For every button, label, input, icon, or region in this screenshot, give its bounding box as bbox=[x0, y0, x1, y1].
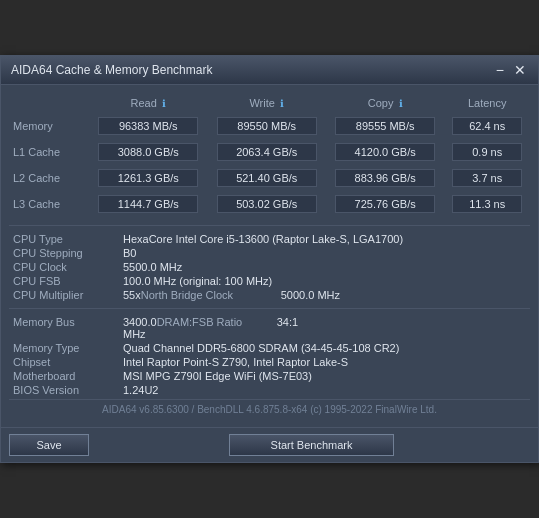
cpu-type-label: CPU Type bbox=[13, 233, 123, 245]
col-header-write: Write ℹ bbox=[207, 93, 325, 113]
row-label: L2 Cache bbox=[9, 165, 89, 191]
memory-bus-label: Memory Bus bbox=[13, 316, 123, 328]
read-value: 96383 MB/s bbox=[89, 113, 207, 139]
copy-value: 89555 MB/s bbox=[326, 113, 444, 139]
col-header-label bbox=[9, 93, 89, 113]
dram-fsb-label: DRAM:FSB Ratio bbox=[157, 316, 277, 328]
col-header-read: Read ℹ bbox=[89, 93, 207, 113]
bios-value: 1.24U2 bbox=[123, 384, 526, 396]
cpu-clock-label: CPU Clock bbox=[13, 261, 123, 273]
divider-1 bbox=[9, 225, 530, 226]
copy-value: 883.96 GB/s bbox=[326, 165, 444, 191]
read-info-icon[interactable]: ℹ bbox=[162, 98, 166, 109]
row-label: Memory bbox=[9, 113, 89, 139]
title-bar: AIDA64 Cache & Memory Benchmark − ✕ bbox=[1, 56, 538, 85]
cpu-fsb-label: CPU FSB bbox=[13, 275, 123, 287]
motherboard-value: MSI MPG Z790I Edge WiFi (MS-7E03) bbox=[123, 370, 526, 382]
main-window: AIDA64 Cache & Memory Benchmark − ✕ Read… bbox=[0, 55, 539, 463]
window-controls: − ✕ bbox=[494, 62, 528, 78]
minimize-button[interactable]: − bbox=[494, 62, 506, 78]
cpu-fsb-value: 100.0 MHz (original: 100 MHz) bbox=[123, 275, 526, 287]
north-bridge-clock-label: North Bridge Clock bbox=[141, 289, 281, 301]
row-label: L3 Cache bbox=[9, 191, 89, 217]
write-value: 503.02 GB/s bbox=[207, 191, 325, 217]
close-button[interactable]: ✕ bbox=[512, 62, 528, 78]
cpu-stepping-label: CPU Stepping bbox=[13, 247, 123, 259]
cpu-stepping-value: B0 bbox=[123, 247, 526, 259]
memory-type-label: Memory Type bbox=[13, 342, 123, 354]
memory-bus-row: Memory Bus 3400.0 MHz DRAM:FSB Ratio 34:… bbox=[13, 315, 526, 341]
motherboard-label: Motherboard bbox=[13, 370, 123, 382]
cpu-clock-value: 5500.0 MHz bbox=[123, 261, 526, 273]
read-value: 1261.3 GB/s bbox=[89, 165, 207, 191]
write-value: 2063.4 GB/s bbox=[207, 139, 325, 165]
table-row: L3 Cache 1144.7 GB/s 503.02 GB/s 725.76 … bbox=[9, 191, 530, 217]
footer-text: AIDA64 v6.85.6300 / BenchDLL 4.6.875.8-x… bbox=[9, 399, 530, 419]
cpu-clock-row: CPU Clock 5500.0 MHz bbox=[13, 260, 526, 274]
table-row: L1 Cache 3088.0 GB/s 2063.4 GB/s 4120.0 … bbox=[9, 139, 530, 165]
cpu-multiplier-label: CPU Multiplier bbox=[13, 289, 123, 301]
row-label: L1 Cache bbox=[9, 139, 89, 165]
table-row: Memory 96383 MB/s 89550 MB/s 89555 MB/s … bbox=[9, 113, 530, 139]
chipset-label: Chipset bbox=[13, 356, 123, 368]
chipset-value: Intel Raptor Point-S Z790, Intel Raptor … bbox=[123, 356, 526, 368]
benchmark-table: Read ℹ Write ℹ Copy ℹ Latency Memory bbox=[9, 93, 530, 217]
write-value: 521.40 GB/s bbox=[207, 165, 325, 191]
dram-fsb-value: 34:1 bbox=[277, 316, 526, 328]
latency-value: 0.9 ns bbox=[444, 139, 530, 165]
divider-2 bbox=[9, 308, 530, 309]
latency-value: 3.7 ns bbox=[444, 165, 530, 191]
button-bar: Save Start Benchmark bbox=[1, 427, 538, 462]
copy-info-icon[interactable]: ℹ bbox=[399, 98, 403, 109]
read-value: 1144.7 GB/s bbox=[89, 191, 207, 217]
motherboard-row: Motherboard MSI MPG Z790I Edge WiFi (MS-… bbox=[13, 369, 526, 383]
cpu-type-row: CPU Type HexaCore Intel Core i5-13600 (R… bbox=[13, 232, 526, 246]
cpu-info-section: CPU Type HexaCore Intel Core i5-13600 (R… bbox=[9, 230, 530, 304]
col-header-latency: Latency bbox=[444, 93, 530, 113]
cpu-type-value: HexaCore Intel Core i5-13600 (Raptor Lak… bbox=[123, 233, 526, 245]
memory-type-row: Memory Type Quad Channel DDR5-6800 SDRAM… bbox=[13, 341, 526, 355]
main-content: Read ℹ Write ℹ Copy ℹ Latency Memory bbox=[1, 85, 538, 427]
window-title: AIDA64 Cache & Memory Benchmark bbox=[11, 63, 212, 77]
copy-value: 4120.0 GB/s bbox=[326, 139, 444, 165]
bios-row: BIOS Version 1.24U2 bbox=[13, 383, 526, 397]
north-bridge-clock-value: 5000.0 MHz bbox=[281, 289, 526, 301]
chipset-row: Chipset Intel Raptor Point-S Z790, Intel… bbox=[13, 355, 526, 369]
table-row: L2 Cache 1261.3 GB/s 521.40 GB/s 883.96 … bbox=[9, 165, 530, 191]
start-benchmark-button[interactable]: Start Benchmark bbox=[229, 434, 395, 456]
save-button[interactable]: Save bbox=[9, 434, 89, 456]
read-value: 3088.0 GB/s bbox=[89, 139, 207, 165]
write-info-icon[interactable]: ℹ bbox=[280, 98, 284, 109]
bios-label: BIOS Version bbox=[13, 384, 123, 396]
memory-info-section: Memory Bus 3400.0 MHz DRAM:FSB Ratio 34:… bbox=[9, 313, 530, 399]
latency-value: 11.3 ns bbox=[444, 191, 530, 217]
write-value: 89550 MB/s bbox=[207, 113, 325, 139]
cpu-fsb-row: CPU FSB 100.0 MHz (original: 100 MHz) bbox=[13, 274, 526, 288]
cpu-multiplier-row: CPU Multiplier 55x North Bridge Clock 50… bbox=[13, 288, 526, 302]
cpu-stepping-row: CPU Stepping B0 bbox=[13, 246, 526, 260]
cpu-multiplier-value: 55x bbox=[123, 289, 141, 301]
copy-value: 725.76 GB/s bbox=[326, 191, 444, 217]
latency-value: 62.4 ns bbox=[444, 113, 530, 139]
memory-bus-value: 3400.0 MHz bbox=[123, 316, 157, 340]
col-header-copy: Copy ℹ bbox=[326, 93, 444, 113]
memory-type-value: Quad Channel DDR5-6800 SDRAM (34-45-45-1… bbox=[123, 342, 526, 354]
